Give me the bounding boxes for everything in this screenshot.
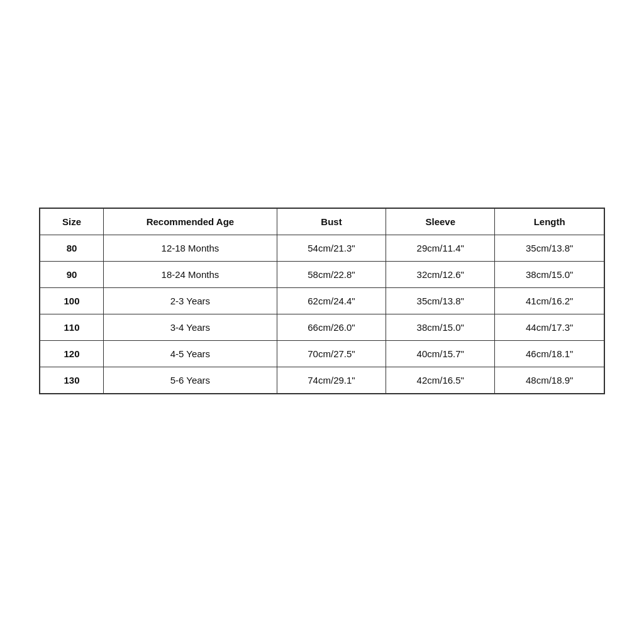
cell-row4-col3: 40cm/15.7" <box>386 341 495 367</box>
cell-row3-col0: 110 <box>40 314 104 341</box>
header-sleeve: Sleeve <box>386 208 495 235</box>
cell-row2-col2: 62cm/24.4" <box>277 288 386 314</box>
table-header-row: Size Recommended Age Bust Sleeve Length <box>40 208 604 235</box>
header-recommended-age: Recommended Age <box>104 208 277 235</box>
header-size: Size <box>40 208 104 235</box>
cell-row0-col1: 12-18 Months <box>104 235 277 262</box>
cell-row3-col4: 44cm/17.3" <box>495 314 604 341</box>
cell-row2-col4: 41cm/16.2" <box>495 288 604 314</box>
cell-row5-col2: 74cm/29.1" <box>277 367 386 394</box>
cell-row0-col2: 54cm/21.3" <box>277 235 386 262</box>
cell-row5-col1: 5-6 Years <box>104 367 277 394</box>
size-chart-container: Size Recommended Age Bust Sleeve Length … <box>39 208 605 394</box>
size-chart-table: Size Recommended Age Bust Sleeve Length … <box>39 208 605 394</box>
cell-row4-col2: 70cm/27.5" <box>277 341 386 367</box>
cell-row1-col1: 18-24 Months <box>104 262 277 288</box>
cell-row2-col3: 35cm/13.8" <box>386 288 495 314</box>
table-row: 1002-3 Years62cm/24.4"35cm/13.8"41cm/16.… <box>40 288 604 314</box>
header-length: Length <box>495 208 604 235</box>
table-row: 1204-5 Years70cm/27.5"40cm/15.7"46cm/18.… <box>40 341 604 367</box>
header-bust: Bust <box>277 208 386 235</box>
table-row: 1305-6 Years74cm/29.1"42cm/16.5"48cm/18.… <box>40 367 604 394</box>
cell-row4-col4: 46cm/18.1" <box>495 341 604 367</box>
cell-row5-col3: 42cm/16.5" <box>386 367 495 394</box>
cell-row1-col4: 38cm/15.0" <box>495 262 604 288</box>
cell-row3-col3: 38cm/15.0" <box>386 314 495 341</box>
cell-row0-col3: 29cm/11.4" <box>386 235 495 262</box>
cell-row5-col0: 130 <box>40 367 104 394</box>
cell-row1-col2: 58cm/22.8" <box>277 262 386 288</box>
cell-row2-col0: 100 <box>40 288 104 314</box>
cell-row5-col4: 48cm/18.9" <box>495 367 604 394</box>
cell-row0-col4: 35cm/13.8" <box>495 235 604 262</box>
cell-row1-col0: 90 <box>40 262 104 288</box>
cell-row3-col1: 3-4 Years <box>104 314 277 341</box>
table-row: 1103-4 Years66cm/26.0"38cm/15.0"44cm/17.… <box>40 314 604 341</box>
cell-row2-col1: 2-3 Years <box>104 288 277 314</box>
table-row: 9018-24 Months58cm/22.8"32cm/12.6"38cm/1… <box>40 262 604 288</box>
cell-row1-col3: 32cm/12.6" <box>386 262 495 288</box>
cell-row4-col1: 4-5 Years <box>104 341 277 367</box>
cell-row3-col2: 66cm/26.0" <box>277 314 386 341</box>
cell-row4-col0: 120 <box>40 341 104 367</box>
cell-row0-col0: 80 <box>40 235 104 262</box>
table-row: 8012-18 Months54cm/21.3"29cm/11.4"35cm/1… <box>40 235 604 262</box>
